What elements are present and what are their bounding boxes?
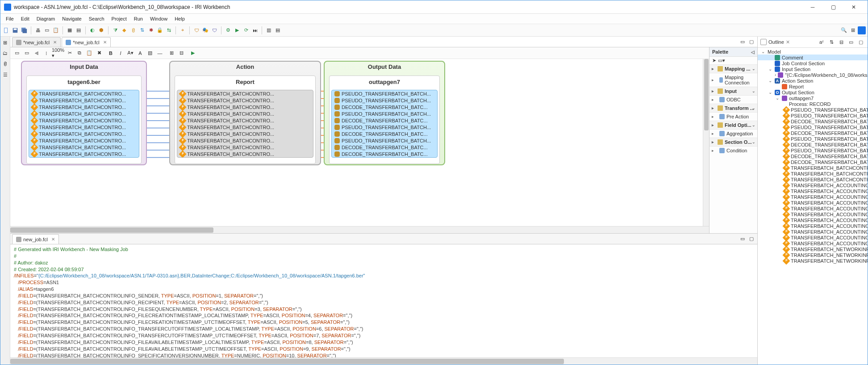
- close-tab-icon[interactable]: ✕: [50, 237, 55, 242]
- sort-az-icon[interactable]: aᶻ: [818, 38, 826, 46]
- outline-item[interactable]: Comment: [758, 55, 868, 60]
- font-color-icon[interactable]: A: [136, 49, 144, 57]
- field-row[interactable]: TRANSFERBATCH_BATCHCONTRO...: [29, 117, 139, 124]
- expand-icon[interactable]: ⌄: [768, 78, 773, 83]
- input-node[interactable]: tapgen6.ber TRANSFERBATCH_BATCHCONTRO...…: [26, 76, 142, 164]
- select-icon[interactable]: ▭: [13, 49, 21, 57]
- outline-item[interactable]: PSEUDO_TRANSFERBATCH_BATCHCON: [758, 136, 868, 142]
- outline-item[interactable]: TRANSFERBATCH_ACCOUNTINGINFO_: [758, 200, 868, 206]
- autolayout-icon[interactable]: ⊞: [167, 49, 175, 57]
- field-row[interactable]: PSEUDO_TRANSFERBATCH_BATCH...: [332, 137, 437, 144]
- shield-icon[interactable]: ⬢: [97, 26, 105, 34]
- bold-icon[interactable]: B: [107, 49, 115, 57]
- field-row[interactable]: TRANSFERBATCH_BATCHCONTRO...: [177, 130, 313, 137]
- outline-item[interactable]: TRANSFERBATCH_ACCOUNTINGINFO_: [758, 188, 868, 194]
- outline-item[interactable]: TRANSFERBATCH_ACCOUNTINGINFO_: [758, 182, 868, 188]
- palette-drawer[interactable]: Field Opti...⌄: [709, 121, 757, 129]
- field-row[interactable]: TRANSFERBATCH_BATCHCONTRO...: [177, 144, 313, 151]
- field-row[interactable]: TRANSFERBATCH_BATCHCONTRO...: [177, 110, 313, 117]
- menu-edit[interactable]: Edit: [17, 15, 33, 22]
- layout2-icon[interactable]: ▤: [274, 26, 282, 34]
- field-row[interactable]: TRANSFERBATCH_BATCHCONTRO...: [29, 130, 139, 137]
- field-row[interactable]: TRANSFERBATCH_BATCHCONTRO...: [29, 137, 139, 144]
- outline-tree[interactable]: ⌄ModelCommentJob Control Section⌄Input S…: [758, 48, 868, 365]
- action-node[interactable]: Report TRANSFERBATCH_BATCHCONTRO...TRANS…: [175, 76, 316, 164]
- field-row[interactable]: TRANSFERBATCH_BATCHCONTRO...: [29, 151, 139, 157]
- minimize-view-icon[interactable]: ▭: [739, 38, 747, 46]
- outline-item[interactable]: PSEUDO_TRANSFERBATCH_BATCHCON: [758, 107, 868, 113]
- maximize-view-icon[interactable]: ▢: [747, 235, 755, 243]
- padlock-icon[interactable]: 🔒: [156, 26, 164, 34]
- field-row[interactable]: TRANSFERBATCH_BATCHCONTRO...: [177, 137, 313, 144]
- palette-tool[interactable]: Mapping Connection: [709, 73, 757, 87]
- palette-drawer[interactable]: Section O...⌄: [709, 138, 757, 146]
- field-row[interactable]: TRANSFERBATCH_BATCHCONTRO...: [29, 97, 139, 104]
- field-row[interactable]: TRANSFERBATCH_BATCHCONTRO...: [29, 110, 139, 117]
- outline-item[interactable]: DECODE_TRANSFERBATCH_BATCHCON: [758, 142, 868, 147]
- outline-item[interactable]: ⌄Input Section: [758, 66, 868, 72]
- editor-tab-active[interactable]: *new_job.fcl ✕: [62, 37, 110, 47]
- transform-icon[interactable]: ⇆: [165, 26, 173, 34]
- diagram-scrollbar-v[interactable]: [703, 59, 709, 226]
- outline-item[interactable]: ⌄outtapgen7: [758, 95, 868, 101]
- diagram-scrollbar-h[interactable]: [10, 226, 709, 233]
- palette-tool[interactable]: Aggregation: [709, 129, 757, 138]
- outline-item[interactable]: PSEUDO_TRANSFERBATCH_BATCHCON: [758, 113, 868, 118]
- expand-icon[interactable]: ›: [775, 72, 776, 77]
- field-row[interactable]: PSEUDO_TRANSFERBATCH_BATCH...: [332, 90, 437, 97]
- diagram-canvas[interactable]: Input Data tapgen6.ber TRANSFERBATCH_BAT…: [10, 59, 709, 226]
- field-row[interactable]: TRANSFERBATCH_BATCHCONTRO...: [177, 151, 313, 157]
- palette-selector[interactable]: ➤ ▭▾: [709, 57, 757, 64]
- menu-diagram[interactable]: Diagram: [33, 15, 59, 22]
- mask-icon[interactable]: ◐: [88, 26, 96, 34]
- field-row[interactable]: TRANSFERBATCH_BATCHCONTRO...: [177, 97, 313, 104]
- maximize-view-icon[interactable]: ▢: [747, 38, 755, 46]
- outline-item[interactable]: TRANSFERBATCH_BATCHCONTROLINF: [758, 171, 868, 176]
- min-view-icon[interactable]: ▭: [847, 38, 855, 46]
- funnel-icon[interactable]: ⧩: [111, 26, 119, 34]
- field-row[interactable]: DECODE_TRANSFERBATCH_BATC...: [332, 144, 437, 151]
- outline-item[interactable]: TRANSFERBATCH_NETWORKINFO_UTC: [758, 246, 868, 252]
- delete-icon[interactable]: ✖: [95, 49, 103, 57]
- menu-window[interactable]: Window: [146, 15, 171, 22]
- link-editor-icon[interactable]: ⇅: [827, 38, 835, 46]
- run-diagram-icon[interactable]: ▶: [189, 49, 197, 57]
- field-row[interactable]: TRANSFERBATCH_BATCHCONTRO...: [177, 117, 313, 124]
- menu-project[interactable]: Project: [108, 15, 130, 22]
- palette-drawer[interactable]: Input⌄: [709, 87, 757, 95]
- new-icon[interactable]: [2, 26, 10, 34]
- run-config-icon[interactable]: ⟳: [242, 26, 250, 34]
- table-icon[interactable]: ▤: [75, 26, 83, 34]
- outline-item[interactable]: PSEUDO_TRANSFERBATCH_BATCHCON: [758, 147, 868, 153]
- menu-help[interactable]: Help: [171, 15, 188, 22]
- outline-item[interactable]: Process: RECORD: [758, 101, 868, 107]
- outline-item[interactable]: DECODE_TRANSFERBATCH_BATCHCON: [758, 153, 868, 159]
- outline-item[interactable]: Job Control Section: [758, 60, 868, 66]
- layout2-icon[interactable]: ⊟: [177, 49, 185, 57]
- print-icon[interactable]: 🖶: [34, 26, 42, 34]
- search-icon[interactable]: 🔍: [840, 26, 848, 34]
- palette-tool[interactable]: ODBC: [709, 95, 757, 104]
- field-row[interactable]: DECODE_TRANSFERBATCH_BATC...: [332, 104, 437, 110]
- palette-drawer[interactable]: Mapping ...⌄: [709, 64, 757, 73]
- play-icon[interactable]: ▶: [233, 26, 241, 34]
- outline-item[interactable]: Report: [758, 84, 868, 89]
- outline-item[interactable]: TRANSFERBATCH_ACCOUNTINGINFO_: [758, 240, 868, 246]
- align-top-icon[interactable]: ⫶: [42, 49, 50, 57]
- iri-perspective-icon[interactable]: [858, 26, 866, 34]
- layout-icon[interactable]: ▥: [265, 26, 273, 34]
- expand-icon[interactable]: ⌄: [775, 96, 780, 101]
- menu-navigate[interactable]: Navigate: [58, 15, 85, 22]
- nav-icon[interactable]: 🗂: [1, 49, 9, 57]
- field-row[interactable]: PSEUDO_TRANSFERBATCH_BATCH...: [332, 110, 437, 117]
- source-tab[interactable]: new_job.fcl ✕: [12, 234, 59, 244]
- collapse-all-icon[interactable]: ⊟: [837, 38, 845, 46]
- line-color-icon[interactable]: —: [156, 49, 164, 57]
- outline-item[interactable]: TRANSFERBATCH_ACCOUNTINGINFO_: [758, 206, 868, 211]
- outline-item[interactable]: TRANSFERBATCH_NETWORKINFO_UTC: [758, 252, 868, 258]
- grid-icon[interactable]: ▦: [66, 26, 74, 34]
- field-row[interactable]: PSEUDO_TRANSFERBATCH_BATCH...: [332, 124, 437, 130]
- palette-header[interactable]: Palette ◁: [709, 47, 757, 57]
- max-view-icon[interactable]: ▢: [857, 38, 865, 46]
- field-row[interactable]: TRANSFERBATCH_BATCHCONTRO...: [177, 90, 313, 97]
